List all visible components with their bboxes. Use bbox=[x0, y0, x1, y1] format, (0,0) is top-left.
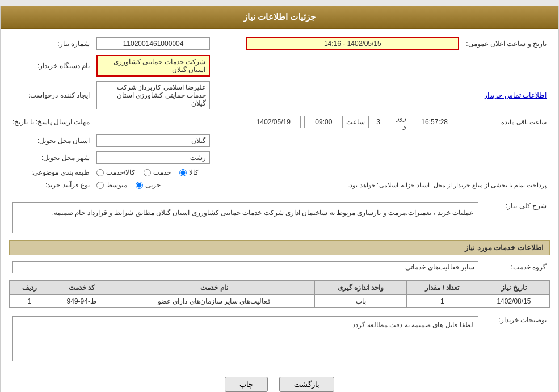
creator-value: علیرضا اسلامی کاربرداز شرکت خدمات حمایتی… bbox=[96, 81, 210, 109]
roz-label: روز و bbox=[392, 114, 406, 130]
category-radio-group: کالا/خدمت خدمت کالا bbox=[96, 168, 210, 176]
creator-contact-link[interactable]: اطلاعات تماس خریدار bbox=[484, 91, 547, 99]
service-info-header: اطلاعات خدمات مورد نیاز bbox=[9, 240, 550, 255]
col-date: تاریخ نیاز bbox=[478, 281, 549, 295]
org-name-label: نام دستگاه خریدار: bbox=[9, 53, 93, 79]
buttons-area: بازگشت چاپ bbox=[9, 368, 550, 392]
print-button[interactable]: چاپ bbox=[225, 377, 268, 392]
row-date: 1402/08/15 bbox=[478, 295, 549, 308]
category-goods-radio[interactable] bbox=[179, 169, 187, 176]
category-label: طبقه بندی موضوعی: bbox=[9, 166, 93, 179]
process-radio-group: متوسط جزیی bbox=[96, 181, 210, 189]
process-medium-radio[interactable] bbox=[96, 182, 104, 189]
col-name: نام خدمت bbox=[114, 281, 315, 295]
response-days: 3 bbox=[368, 116, 388, 128]
announce-date-label: تاریخ و ساعت اعلان عمومی: bbox=[463, 35, 550, 53]
service-group-label: گروه خدمت: bbox=[482, 259, 550, 276]
city-value: رشت bbox=[96, 151, 210, 164]
province-label: استان محل تحویل: bbox=[9, 132, 93, 149]
response-time: 09:00 bbox=[304, 116, 343, 128]
province-value: گیلان bbox=[96, 134, 210, 147]
col-row: ردیف bbox=[10, 281, 49, 295]
need-number-label: شماره نیاز: bbox=[9, 35, 93, 53]
process-medium-option: متوسط bbox=[96, 181, 127, 189]
category-service-radio[interactable] bbox=[144, 169, 151, 176]
category-goodservice-radio[interactable] bbox=[96, 169, 104, 176]
row-name: فعالیت‌های سایر سازمان‌های دارای عضو bbox=[114, 295, 315, 308]
table-row: 1402/08/15 1 باب فعالیت‌های سایر سازمان‌… bbox=[10, 295, 550, 308]
row-code: ط-94-949 bbox=[49, 295, 114, 308]
category-goods-option: کالا bbox=[179, 168, 199, 176]
remaining-time: 16:57:28 bbox=[410, 116, 459, 128]
city-label: شهر محل تحویل: bbox=[9, 149, 93, 166]
row-unit: باب bbox=[315, 295, 407, 308]
back-button[interactable]: بازگشت bbox=[279, 377, 334, 392]
response-date: 1402/05/19 bbox=[246, 116, 301, 128]
description-value: عملیات خرید ، تعمیرات،مرمت و بازسازی مرب… bbox=[12, 202, 478, 233]
buyer-desc-value: لطفا فایل های ضمیمه به دفت مطالعه گردد bbox=[12, 316, 478, 361]
col-qty: تعداد / مقدار bbox=[406, 281, 478, 295]
response-deadline-label: مهلت ارسال پاسخ: تا تاریخ: bbox=[9, 112, 93, 132]
saat-label2: ساعت bbox=[346, 118, 365, 126]
page-title: جزئیات اطلاعات نیاز bbox=[243, 12, 316, 22]
row-qty: 1 bbox=[406, 295, 478, 308]
col-code: کد خدمت bbox=[49, 281, 114, 295]
description-label: شرح کلی نیاز: bbox=[482, 200, 550, 235]
buyer-desc-label: توصیحات خریدار: bbox=[482, 314, 550, 364]
need-number-value: 1102001461000004 bbox=[96, 37, 210, 50]
category-goodservice-option: کالا/خدمت bbox=[96, 168, 135, 176]
org-name-value: شرکت خدمات حمایتی کشاورزی استان گیلان bbox=[96, 55, 210, 77]
process-note: پرداخت تمام یا بخشی از مبلغ خریدار از مح… bbox=[242, 179, 550, 191]
announce-date-value: 1402/05/15 - 14:16 bbox=[246, 37, 459, 50]
remaining-label: ساعت باقی مانده bbox=[463, 112, 550, 132]
process-partial-radio[interactable] bbox=[136, 182, 143, 189]
category-service-option: خدمت bbox=[144, 168, 171, 176]
col-unit: واحد اندازه گیری bbox=[315, 281, 407, 295]
page-header: جزئیات اطلاعات نیاز bbox=[1, 6, 558, 29]
row-num: 1 bbox=[10, 295, 49, 308]
process-partial-option: جزیی bbox=[136, 181, 161, 189]
service-group-value: سایر فعالیت‌های خدماتی bbox=[12, 261, 478, 273]
process-type-label: نوع فرآیند خرید: bbox=[9, 179, 93, 191]
creator-label: ایجاد کننده درخواست: bbox=[9, 79, 93, 112]
items-table: تاریخ نیاز تعداد / مقدار واحد اندازه گیر… bbox=[9, 280, 550, 308]
